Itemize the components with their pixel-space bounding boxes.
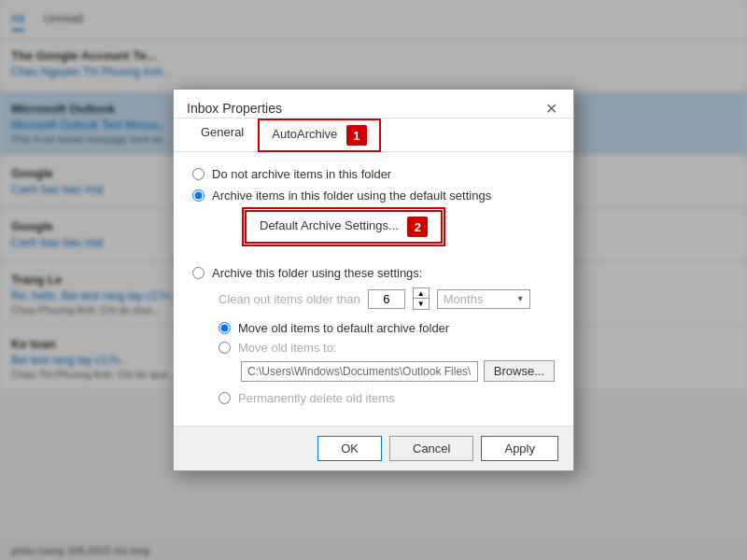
tab-autoarchive[interactable]: AutoArchive 1: [258, 119, 381, 152]
move-custom-row: Move old items to:: [218, 341, 555, 355]
do-not-archive-radio[interactable]: [192, 168, 204, 180]
custom-settings-section: Clean out items older than ▲ ▼ Days Week…: [218, 287, 555, 405]
archive-default-radio[interactable]: [192, 189, 204, 202]
archive-path-input[interactable]: [241, 361, 478, 382]
archive-custom-radio[interactable]: [192, 267, 204, 279]
browse-button[interactable]: Browse...: [484, 360, 555, 382]
spin-buttons: ▲ ▼: [413, 287, 430, 310]
tab-general[interactable]: General: [187, 119, 258, 152]
archive-custom-row: Archive this folder using these settings…: [192, 266, 555, 280]
cancel-button[interactable]: Cancel: [389, 436, 473, 461]
move-default-label: Move old items to default archive folder: [238, 321, 449, 335]
clean-out-label: Clean out items older than: [218, 292, 360, 306]
unit-select[interactable]: Days Weeks Months: [437, 289, 530, 309]
badge-1: 1: [346, 125, 367, 146]
tab-autoarchive-label: AutoArchive: [272, 127, 337, 141]
archive-default-label: Archive items in this folder using the d…: [212, 189, 491, 203]
items-older-than-input[interactable]: [368, 289, 405, 309]
dialog-content: Do not archive items in this folder Arch…: [174, 151, 573, 426]
do-not-archive-row: Do not archive items in this folder: [192, 167, 555, 181]
permanently-delete-row: Permanently delete old items: [218, 391, 555, 405]
inbox-properties-dialog: Inbox Properties ✕ General AutoArchive 1…: [173, 89, 574, 471]
do-not-archive-label: Do not archive items in this folder: [212, 167, 391, 181]
unit-select-wrapper: Days Weeks Months: [437, 289, 530, 309]
close-button[interactable]: ✕: [542, 99, 560, 118]
move-default-radio[interactable]: [218, 322, 231, 334]
archive-default-row: Archive items in this folder using the d…: [192, 189, 555, 203]
dialog-footer: OK Cancel Apply: [174, 426, 573, 470]
default-archive-settings-button[interactable]: Default Archive Settings... 2: [245, 210, 443, 244]
archive-custom-label: Archive this folder using these settings…: [212, 266, 422, 280]
badge-2: 2: [407, 217, 428, 237]
clean-out-row: Clean out items older than ▲ ▼ Days Week…: [218, 287, 555, 310]
move-default-row: Move old items to default archive folder: [218, 321, 555, 335]
spin-up-button[interactable]: ▲: [414, 288, 429, 299]
dialog-title: Inbox Properties: [187, 101, 282, 116]
ok-button[interactable]: OK: [317, 436, 382, 461]
permanently-delete-radio[interactable]: [218, 392, 231, 404]
move-custom-label: Move old items to:: [238, 341, 337, 355]
spin-down-button[interactable]: ▼: [414, 299, 429, 309]
path-row: Browse...: [241, 360, 555, 382]
move-custom-radio[interactable]: [218, 342, 231, 354]
permanently-delete-label: Permanently delete old items: [238, 391, 395, 405]
dialog-tabs: General AutoArchive 1: [174, 119, 573, 151]
apply-button[interactable]: Apply: [481, 436, 558, 461]
default-archive-settings-label: Default Archive Settings...: [260, 218, 399, 232]
modal-overlay: Inbox Properties ✕ General AutoArchive 1…: [0, 0, 747, 560]
dialog-titlebar: Inbox Properties ✕: [174, 90, 573, 119]
